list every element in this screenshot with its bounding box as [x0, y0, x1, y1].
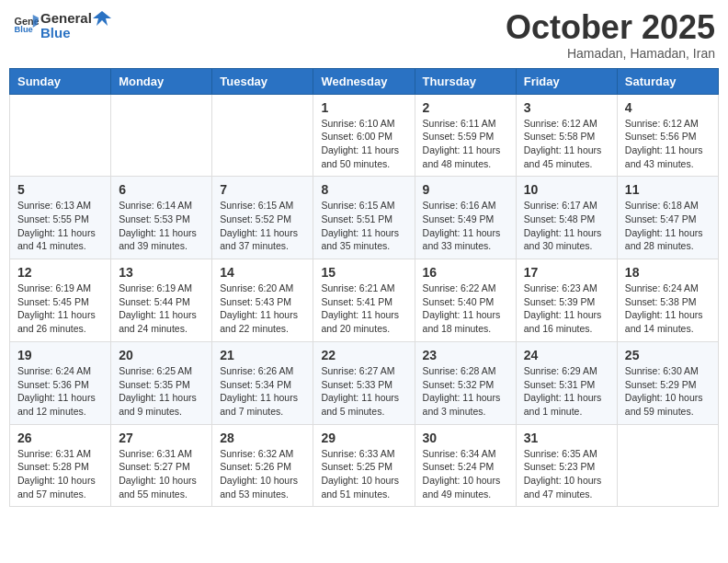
- day-number: 14: [220, 265, 305, 280]
- day-number: 31: [524, 431, 609, 445]
- day-info: Sunrise: 6:19 AM Sunset: 5:44 PM Dayligh…: [119, 282, 204, 336]
- day-cell: 15Sunrise: 6:21 AM Sunset: 5:41 PM Dayli…: [313, 259, 415, 342]
- day-cell: 12Sunrise: 6:19 AM Sunset: 5:45 PM Dayli…: [10, 259, 111, 342]
- day-info: Sunrise: 6:14 AM Sunset: 5:53 PM Dayligh…: [119, 199, 204, 253]
- day-number: 26: [17, 431, 103, 445]
- day-info: Sunrise: 6:34 AM Sunset: 5:24 PM Dayligh…: [423, 447, 508, 501]
- day-info: Sunrise: 6:11 AM Sunset: 5:59 PM Dayligh…: [423, 117, 508, 171]
- day-cell: [212, 94, 313, 177]
- weekday-header-tuesday: Tuesday: [212, 68, 313, 94]
- day-number: 11: [625, 182, 711, 197]
- day-number: 29: [321, 431, 406, 445]
- day-cell: 1Sunrise: 6:10 AM Sunset: 6:00 PM Daylig…: [313, 94, 415, 177]
- weekday-header-sunday: Sunday: [10, 68, 111, 94]
- day-cell: 23Sunrise: 6:28 AM Sunset: 5:32 PM Dayli…: [415, 341, 516, 424]
- day-number: 20: [119, 348, 204, 362]
- day-number: 8: [321, 182, 406, 197]
- day-cell: 2Sunrise: 6:11 AM Sunset: 5:59 PM Daylig…: [415, 94, 516, 177]
- day-cell: [111, 94, 212, 177]
- day-number: 9: [423, 182, 508, 197]
- day-number: 24: [524, 348, 609, 362]
- day-number: 2: [423, 100, 508, 115]
- day-info: Sunrise: 6:31 AM Sunset: 5:27 PM Dayligh…: [119, 447, 204, 501]
- day-number: 19: [17, 348, 103, 362]
- day-info: Sunrise: 6:12 AM Sunset: 5:58 PM Dayligh…: [524, 117, 609, 171]
- location: Hamadan, Hamadan, Iran: [506, 46, 715, 61]
- weekday-header-thursday: Thursday: [415, 68, 516, 94]
- day-cell: 14Sunrise: 6:20 AM Sunset: 5:43 PM Dayli…: [212, 259, 313, 342]
- calendar-table: SundayMondayTuesdayWednesdayThursdayFrid…: [9, 68, 719, 508]
- svg-marker-2: [93, 11, 111, 26]
- week-row-1: 1Sunrise: 6:10 AM Sunset: 6:00 PM Daylig…: [10, 94, 719, 177]
- day-number: 17: [524, 265, 609, 280]
- day-number: 30: [423, 431, 508, 445]
- day-info: Sunrise: 6:33 AM Sunset: 5:25 PM Dayligh…: [321, 447, 406, 501]
- day-info: Sunrise: 6:24 AM Sunset: 5:36 PM Dayligh…: [17, 364, 103, 419]
- day-cell: 26Sunrise: 6:31 AM Sunset: 5:28 PM Dayli…: [10, 424, 111, 507]
- title-block: October 2025 Hamadan, Hamadan, Iran: [506, 9, 715, 61]
- day-number: 16: [423, 265, 508, 280]
- day-info: Sunrise: 6:15 AM Sunset: 5:52 PM Dayligh…: [220, 199, 305, 253]
- day-info: Sunrise: 6:15 AM Sunset: 5:51 PM Dayligh…: [321, 199, 406, 253]
- day-cell: [617, 424, 718, 507]
- logo-bird-icon: [93, 9, 111, 28]
- day-cell: 8Sunrise: 6:15 AM Sunset: 5:51 PM Daylig…: [313, 177, 415, 259]
- day-number: 10: [524, 182, 609, 197]
- day-cell: 13Sunrise: 6:19 AM Sunset: 5:44 PM Dayli…: [111, 259, 212, 342]
- day-cell: 16Sunrise: 6:22 AM Sunset: 5:40 PM Dayli…: [415, 259, 516, 342]
- day-info: Sunrise: 6:25 AM Sunset: 5:35 PM Dayligh…: [119, 364, 204, 419]
- page-header: General Blue General Blue October 2025 H…: [9, 9, 719, 61]
- day-info: Sunrise: 6:26 AM Sunset: 5:34 PM Dayligh…: [220, 364, 305, 419]
- weekday-header-wednesday: Wednesday: [313, 68, 415, 94]
- day-cell: 10Sunrise: 6:17 AM Sunset: 5:48 PM Dayli…: [516, 177, 617, 259]
- day-number: 3: [524, 100, 609, 115]
- logo-blue: Blue: [40, 26, 111, 41]
- week-row-4: 19Sunrise: 6:24 AM Sunset: 5:36 PM Dayli…: [10, 341, 719, 424]
- day-number: 1: [321, 100, 406, 115]
- day-cell: 30Sunrise: 6:34 AM Sunset: 5:24 PM Dayli…: [415, 424, 516, 507]
- day-cell: 24Sunrise: 6:29 AM Sunset: 5:31 PM Dayli…: [516, 341, 617, 424]
- day-info: Sunrise: 6:18 AM Sunset: 5:47 PM Dayligh…: [625, 199, 711, 253]
- day-info: Sunrise: 6:17 AM Sunset: 5:48 PM Dayligh…: [524, 199, 609, 253]
- day-cell: 29Sunrise: 6:33 AM Sunset: 5:25 PM Dayli…: [313, 424, 415, 507]
- day-number: 13: [119, 265, 204, 280]
- day-info: Sunrise: 6:29 AM Sunset: 5:31 PM Dayligh…: [524, 364, 609, 419]
- day-cell: 25Sunrise: 6:30 AM Sunset: 5:29 PM Dayli…: [617, 341, 718, 424]
- weekday-header-saturday: Saturday: [617, 68, 718, 94]
- day-info: Sunrise: 6:16 AM Sunset: 5:49 PM Dayligh…: [423, 199, 508, 253]
- day-info: Sunrise: 6:27 AM Sunset: 5:33 PM Dayligh…: [321, 364, 406, 419]
- weekday-header-monday: Monday: [111, 68, 212, 94]
- day-cell: 22Sunrise: 6:27 AM Sunset: 5:33 PM Dayli…: [313, 341, 415, 424]
- weekday-header-row: SundayMondayTuesdayWednesdayThursdayFrid…: [10, 68, 719, 94]
- day-info: Sunrise: 6:24 AM Sunset: 5:38 PM Dayligh…: [625, 282, 711, 336]
- day-number: 23: [423, 348, 508, 362]
- day-info: Sunrise: 6:21 AM Sunset: 5:41 PM Dayligh…: [321, 282, 406, 336]
- month-title: October 2025: [506, 9, 715, 46]
- day-info: Sunrise: 6:22 AM Sunset: 5:40 PM Dayligh…: [423, 282, 508, 336]
- logo-text: General Blue: [40, 9, 111, 41]
- day-number: 15: [321, 265, 406, 280]
- day-info: Sunrise: 6:10 AM Sunset: 6:00 PM Dayligh…: [321, 117, 406, 171]
- logo-icon: General Blue: [13, 12, 39, 38]
- day-number: 22: [321, 348, 406, 362]
- week-row-3: 12Sunrise: 6:19 AM Sunset: 5:45 PM Dayli…: [10, 259, 719, 342]
- day-info: Sunrise: 6:13 AM Sunset: 5:55 PM Dayligh…: [17, 199, 103, 253]
- logo-general: General: [40, 11, 92, 27]
- day-number: 5: [17, 182, 103, 197]
- day-cell: 31Sunrise: 6:35 AM Sunset: 5:23 PM Dayli…: [516, 424, 617, 507]
- day-cell: 11Sunrise: 6:18 AM Sunset: 5:47 PM Dayli…: [617, 177, 718, 259]
- day-number: 25: [625, 348, 711, 362]
- week-row-5: 26Sunrise: 6:31 AM Sunset: 5:28 PM Dayli…: [10, 424, 719, 507]
- day-cell: 9Sunrise: 6:16 AM Sunset: 5:49 PM Daylig…: [415, 177, 516, 259]
- day-number: 21: [220, 348, 305, 362]
- day-cell: 21Sunrise: 6:26 AM Sunset: 5:34 PM Dayli…: [212, 341, 313, 424]
- logo: General Blue General Blue: [13, 9, 111, 41]
- day-info: Sunrise: 6:30 AM Sunset: 5:29 PM Dayligh…: [625, 364, 711, 419]
- weekday-header-friday: Friday: [516, 68, 617, 94]
- day-cell: 20Sunrise: 6:25 AM Sunset: 5:35 PM Dayli…: [111, 341, 212, 424]
- day-number: 7: [220, 182, 305, 197]
- day-number: 18: [625, 265, 711, 280]
- day-number: 6: [119, 182, 204, 197]
- day-cell: 17Sunrise: 6:23 AM Sunset: 5:39 PM Dayli…: [516, 259, 617, 342]
- day-cell: 19Sunrise: 6:24 AM Sunset: 5:36 PM Dayli…: [10, 341, 111, 424]
